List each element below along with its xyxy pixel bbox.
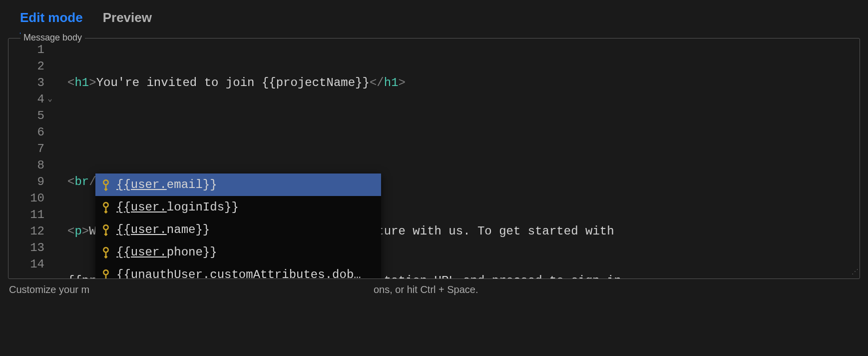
svg-point-2 bbox=[103, 224, 109, 230]
line-number: 12 bbox=[8, 223, 44, 240]
line-number: 5 bbox=[8, 108, 44, 124]
svg-point-0 bbox=[103, 179, 109, 186]
line-number: 6 bbox=[8, 124, 44, 140]
line-number: 9 bbox=[8, 174, 44, 190]
editor-hint-left: Customize your m bbox=[9, 284, 89, 295]
code-line bbox=[67, 124, 860, 140]
line-number: 14 bbox=[8, 256, 44, 272]
line-number: 7 bbox=[8, 140, 44, 157]
autocomplete-item[interactable]: {{user.phone}} bbox=[95, 241, 381, 264]
editor-hint: Customize your mons, or hit Ctrl + Space… bbox=[0, 279, 868, 296]
editor-hint-right: ons, or hit Ctrl + Space. bbox=[374, 284, 478, 296]
autocomplete-label: {{user.phone}} bbox=[116, 244, 217, 260]
tab-preview[interactable]: Preview bbox=[103, 10, 152, 34]
autocomplete-popup: {{user.email}} {{user.loginIds}} {{user.… bbox=[95, 174, 381, 278]
autocomplete-item[interactable]: {{user.email}} bbox=[95, 174, 381, 196]
autocomplete-item[interactable]: {{user.loginIds}} bbox=[95, 196, 381, 218]
key-icon bbox=[98, 244, 113, 260]
code-line: <h1>You're invited to join {{projectName… bbox=[67, 74, 860, 91]
line-number: 11 bbox=[8, 206, 44, 223]
line-number: 4 bbox=[8, 91, 44, 108]
code-editor[interactable]: 1 2 3 4 5 6 7 8 9 10 11 12 13 14 <h1>You… bbox=[8, 38, 860, 278]
line-number: 2 bbox=[8, 58, 44, 74]
autocomplete-label: {{unauthUser.customAttributes.dob… bbox=[116, 266, 361, 278]
message-body-editor: Message body 1 2 3 4 5 6 7 8 9 10 11 12 … bbox=[8, 38, 860, 279]
line-number: 1 bbox=[8, 42, 44, 58]
line-number-gutter: 1 2 3 4 5 6 7 8 9 10 11 12 13 14 bbox=[8, 42, 53, 278]
tab-edit-mode[interactable]: Edit mode bbox=[20, 10, 83, 34]
key-icon bbox=[98, 222, 113, 238]
key-icon bbox=[98, 267, 113, 278]
svg-point-4 bbox=[103, 269, 109, 276]
autocomplete-label: {{user.name}} bbox=[116, 222, 210, 238]
autocomplete-item[interactable]: {{unauthUser.customAttributes.dob… bbox=[95, 264, 381, 278]
svg-point-3 bbox=[103, 246, 109, 253]
autocomplete-item[interactable]: {{user.name}} bbox=[95, 218, 381, 241]
autocomplete-label: {{user.email}} bbox=[116, 176, 217, 193]
line-number: 13 bbox=[8, 240, 44, 256]
svg-point-1 bbox=[103, 202, 109, 208]
line-number: 8 bbox=[8, 157, 44, 174]
line-number: 3 bbox=[8, 74, 44, 91]
line-number: 10 bbox=[8, 190, 44, 206]
tabs-bar: Edit mode Preview bbox=[0, 0, 868, 34]
key-icon bbox=[98, 177, 113, 192]
autocomplete-label: {{user.loginIds}} bbox=[116, 199, 239, 216]
key-icon bbox=[98, 200, 113, 215]
